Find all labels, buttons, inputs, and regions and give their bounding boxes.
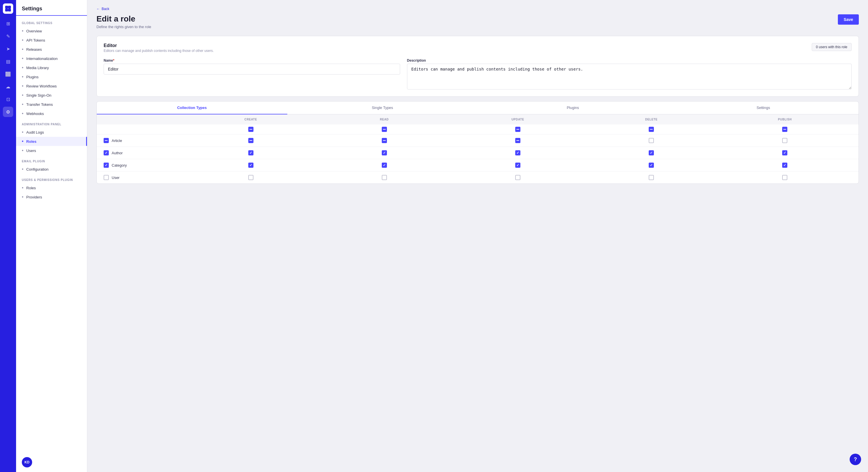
table-row: Category [97, 159, 859, 171]
icon-sidebar: ⊞ ✎ ➤ ▤ ⬜ ☁ ⊡ ⚙ [0, 0, 16, 472]
form-row: Name* Description Editors can manage and… [104, 59, 851, 90]
nav-api-tokens[interactable]: API Tokens [16, 36, 87, 45]
back-arrow-icon: ← [96, 7, 100, 11]
article-create-checkbox[interactable] [248, 138, 253, 143]
nav-transfer-tokens[interactable]: Transfer Tokens [16, 100, 87, 109]
nav-single-sign-on[interactable]: Single Sign-On [16, 91, 87, 100]
master-publish-checkbox[interactable] [782, 127, 787, 132]
name-label: Name* [104, 59, 400, 63]
role-name: Editor [104, 43, 214, 48]
media-icon[interactable]: ▤ [3, 56, 13, 67]
avatar[interactable]: KD [22, 457, 32, 467]
name-group: Name* [104, 59, 400, 90]
table-row: User [97, 171, 859, 183]
page-header: Edit a role Define the rights given to t… [96, 14, 859, 29]
author-row-checkbox[interactable] [104, 150, 109, 156]
nav-roles[interactable]: Roles [16, 137, 87, 146]
desc-label: Description [407, 59, 851, 63]
permissions-header: CREATE READ UPDATE DELETE PUBLISH [97, 114, 859, 125]
article-delete-checkbox[interactable] [649, 138, 654, 143]
col-update-header: UPDATE [451, 118, 584, 121]
page-title: Edit a role [96, 14, 151, 24]
user-create-checkbox[interactable] [248, 175, 253, 180]
master-update-checkbox[interactable] [515, 127, 520, 132]
author-publish-checkbox[interactable] [782, 150, 787, 156]
author-row-name: Author [104, 150, 184, 156]
author-delete-checkbox[interactable] [649, 150, 654, 156]
user-publish-checkbox[interactable] [782, 175, 787, 180]
layout-icon[interactable]: ⬜ [3, 69, 13, 79]
article-publish-checkbox[interactable] [782, 138, 787, 143]
permissions-tabs: Collection Types Single Types Plugins Se… [97, 102, 859, 114]
master-row [97, 125, 859, 134]
tab-single-types[interactable]: Single Types [287, 102, 478, 114]
master-read-checkbox[interactable] [382, 127, 387, 132]
tab-plugins[interactable]: Plugins [477, 102, 668, 114]
table-row: Author [97, 147, 859, 159]
article-read-checkbox[interactable] [382, 138, 387, 143]
settings-title: Settings [16, 0, 87, 16]
user-row-checkbox[interactable] [104, 175, 109, 180]
svg-rect-3 [8, 9, 11, 11]
user-update-checkbox[interactable] [515, 175, 520, 180]
nav-audit-logs[interactable]: Audit Logs [16, 128, 87, 137]
master-create-checkbox[interactable] [248, 127, 253, 132]
author-create-checkbox[interactable] [248, 150, 253, 156]
role-description: Editors can manage and publish contents … [104, 49, 214, 53]
tab-settings[interactable]: Settings [668, 102, 859, 114]
email-plugin-label: Email Plugin [16, 155, 87, 165]
page-header-text: Edit a role Define the rights given to t… [96, 14, 151, 29]
category-read-checkbox[interactable] [382, 163, 387, 168]
col-publish-header: PUBLISH [718, 118, 851, 121]
col-delete-header: DELETE [585, 118, 718, 121]
nav-internationalization[interactable]: Internationalization [16, 54, 87, 63]
tab-collection-types[interactable]: Collection Types [97, 102, 287, 114]
category-create-checkbox[interactable] [248, 163, 253, 168]
nav-review-workflows[interactable]: Review Workflows [16, 81, 87, 91]
user-read-checkbox[interactable] [382, 175, 387, 180]
back-label: Back [102, 7, 110, 11]
global-settings-label: Global Settings [16, 17, 87, 26]
category-update-checkbox[interactable] [515, 163, 520, 168]
category-delete-checkbox[interactable] [649, 163, 654, 168]
nav-users[interactable]: Users [16, 146, 87, 155]
name-input[interactable] [104, 64, 400, 74]
role-info: Editor Editors can manage and publish co… [104, 43, 214, 53]
col-name-header [104, 118, 184, 121]
article-row-checkbox[interactable] [104, 138, 109, 143]
col-create-header: CREATE [184, 118, 317, 121]
author-update-checkbox[interactable] [515, 150, 520, 156]
back-link[interactable]: ← Back [96, 7, 110, 11]
help-button[interactable]: ? [849, 453, 861, 465]
user-delete-checkbox[interactable] [649, 175, 654, 180]
author-read-checkbox[interactable] [382, 150, 387, 156]
category-row-checkbox[interactable] [104, 163, 109, 168]
users-badge: 0 users with this role [812, 43, 851, 51]
category-publish-checkbox[interactable] [782, 163, 787, 168]
article-update-checkbox[interactable] [515, 138, 520, 143]
nav-sidebar: Settings Global Settings Overview API To… [16, 0, 87, 472]
table-row: Article [97, 134, 859, 147]
content-manager-icon[interactable]: ✎ [3, 31, 13, 41]
nav-providers[interactable]: Providers [16, 193, 87, 202]
desc-group: Description Editors can manage and publi… [407, 59, 851, 90]
gear-icon[interactable]: ⚙ [3, 107, 13, 117]
cart-icon[interactable]: ⊡ [3, 94, 13, 104]
page-subtitle: Define the rights given to the role [96, 25, 151, 29]
save-button[interactable]: Save [838, 14, 859, 25]
home-icon[interactable]: ⊞ [3, 19, 13, 29]
nav-configuration[interactable]: Configuration [16, 165, 87, 174]
cloud-icon[interactable]: ☁ [3, 81, 13, 92]
nav-overview[interactable]: Overview [16, 26, 87, 36]
nav-plugins[interactable]: Plugins [16, 72, 87, 81]
send-icon[interactable]: ➤ [3, 43, 13, 54]
description-textarea[interactable]: Editors can manage and publish contents … [407, 64, 851, 90]
nav-media-library[interactable]: Media Library [16, 63, 87, 72]
role-card: Editor Editors can manage and publish co… [96, 36, 859, 97]
permissions-card: Collection Types Single Types Plugins Se… [96, 101, 859, 184]
master-delete-checkbox[interactable] [649, 127, 654, 132]
nav-releases[interactable]: Releases [16, 45, 87, 54]
nav-roles-permissions[interactable]: Roles [16, 183, 87, 193]
nav-webhooks[interactable]: Webhooks [16, 109, 87, 118]
article-row-name: Article [104, 138, 184, 143]
